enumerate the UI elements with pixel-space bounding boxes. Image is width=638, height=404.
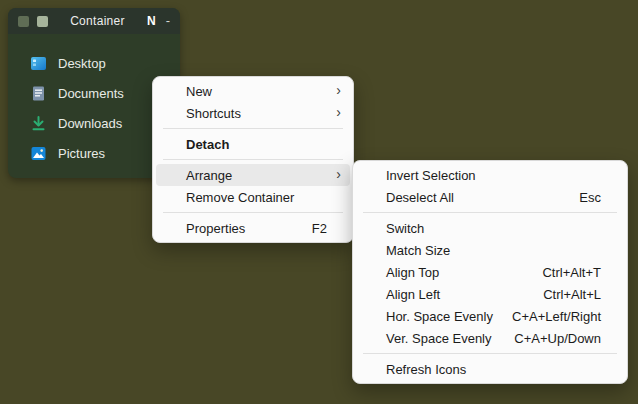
- shortcut-hint: Esc: [579, 190, 601, 205]
- shortcut-hint: C+A+Up/Down: [514, 331, 601, 346]
- submenu-item-hor-space-evenly[interactable]: Hor. Space Evenly C+A+Left/Right: [356, 305, 624, 327]
- container-dot-button-2[interactable]: [37, 16, 48, 27]
- menu-item-remove-container[interactable]: Remove Container: [156, 186, 350, 208]
- downloads-icon: [30, 115, 47, 132]
- minimize-button[interactable]: -: [166, 16, 170, 26]
- menu-separator: [163, 212, 343, 213]
- menu-separator: [163, 128, 343, 129]
- container-title: Container: [48, 14, 147, 28]
- chevron-right-icon: ›: [336, 167, 341, 181]
- shortcut-hint: F2: [312, 221, 327, 236]
- submenu-item-invert-selection[interactable]: Invert Selection: [356, 164, 624, 186]
- menu-separator: [363, 212, 617, 213]
- container-item-label: Downloads: [58, 116, 122, 131]
- container-item-label: Desktop: [58, 56, 106, 71]
- submenu-item-deselect-all[interactable]: Deselect All Esc: [356, 186, 624, 208]
- menu-item-detach[interactable]: Detach: [156, 133, 350, 155]
- shortcut-hint: Ctrl+Alt+T: [542, 265, 601, 280]
- submenu-item-match-size[interactable]: Match Size: [356, 239, 624, 261]
- submenu-item-align-top[interactable]: Align Top Ctrl+Alt+T: [356, 261, 624, 283]
- menu-separator: [163, 159, 343, 160]
- container-new-button[interactable]: N: [147, 14, 156, 28]
- context-menu: New › Shortcuts › Detach Arrange › Remov…: [152, 76, 354, 243]
- submenu-item-switch[interactable]: Switch: [356, 217, 624, 239]
- submenu-item-ver-space-evenly[interactable]: Ver. Space Evenly C+A+Up/Down: [356, 327, 624, 349]
- container-item-label: Pictures: [58, 146, 105, 161]
- menu-item-arrange[interactable]: Arrange ›: [156, 164, 350, 186]
- menu-item-properties[interactable]: Properties F2: [156, 217, 350, 239]
- documents-icon: [30, 85, 47, 102]
- submenu-item-refresh-icons[interactable]: Refresh Icons: [356, 358, 624, 380]
- chevron-right-icon: ›: [336, 105, 341, 119]
- menu-item-new[interactable]: New ›: [156, 80, 350, 102]
- menu-separator: [363, 353, 617, 354]
- container-dot-button-1[interactable]: [18, 16, 29, 27]
- shortcut-hint: C+A+Left/Right: [512, 309, 601, 324]
- desktop-icon: [30, 55, 47, 72]
- chevron-right-icon: ›: [336, 83, 341, 97]
- container-item-desktop[interactable]: Desktop: [8, 48, 180, 78]
- pictures-icon: [30, 145, 47, 162]
- arrange-submenu: Invert Selection Deselect All Esc Switch…: [352, 160, 628, 384]
- shortcut-hint: Ctrl+Alt+L: [543, 287, 601, 302]
- container-titlebar[interactable]: Container N -: [8, 8, 180, 34]
- container-item-label: Documents: [58, 86, 124, 101]
- submenu-item-align-left[interactable]: Align Left Ctrl+Alt+L: [356, 283, 624, 305]
- menu-item-shortcuts[interactable]: Shortcuts ›: [156, 102, 350, 124]
